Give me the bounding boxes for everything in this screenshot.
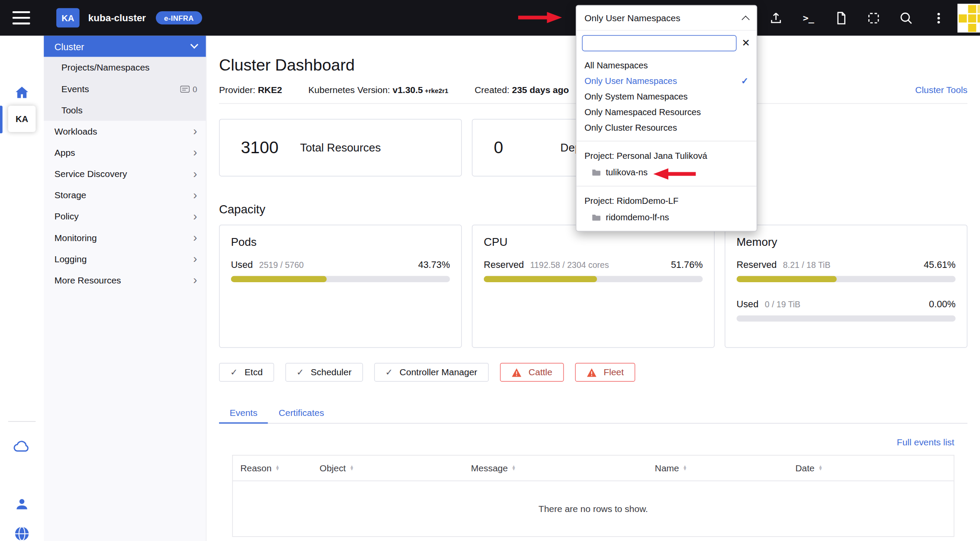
sort-icon: ▲▼ — [275, 465, 280, 470]
sort-icon: ▲▼ — [350, 465, 354, 470]
namespace-item-tulikova-ns[interactable]: tulikova-ns — [576, 164, 756, 180]
sidebar-item-logging[interactable]: Logging› — [44, 248, 206, 270]
tab-certificates[interactable]: Certificates — [268, 403, 335, 424]
cluster-badge: KA — [56, 8, 79, 28]
ns-option-all-namespaces[interactable]: All Namespaces — [576, 57, 756, 73]
sidebar-item-monitoring[interactable]: Monitoring› — [44, 227, 206, 248]
rail-cluster-badge[interactable]: KA — [8, 106, 36, 132]
rail-divider — [8, 421, 36, 422]
check-icon: ✓ — [385, 367, 393, 377]
glance-created: Created: 235 days ago — [474, 85, 569, 95]
sidebar-item-storage[interactable]: Storage› — [44, 184, 206, 206]
cluster-management-icon[interactable] — [0, 438, 44, 454]
check-icon: ✓ — [230, 367, 238, 377]
kubectl-shell-icon[interactable]: >_ — [797, 6, 820, 29]
kebab-menu-icon[interactable] — [928, 6, 950, 29]
column-header-name[interactable]: Name ▲▼ — [647, 463, 788, 473]
chevron-right-icon: › — [193, 189, 197, 200]
component-status-scheduler: ✓ Scheduler — [285, 363, 363, 382]
ns-option-only-user-namespaces[interactable]: Only User Namespaces ✓ — [576, 73, 756, 88]
empty-table-message: There are no rows to show. — [233, 481, 954, 536]
copy-kubeconfig-icon[interactable] — [862, 6, 885, 29]
search-icon[interactable] — [895, 6, 917, 29]
sidebar-item-events[interactable]: Events 0 — [44, 78, 206, 100]
sort-icon: ▲▼ — [818, 465, 822, 470]
cluster-sidebar: Cluster Projects/Namespaces Events 0 Too… — [44, 35, 206, 541]
component-status-row: ✓ Etcd ✓ Scheduler ✓ Controller Manager … — [219, 363, 967, 382]
project-group-ridomdemo: Project: RidomDemo-LF ridomdemo-lf-ns — [576, 187, 756, 231]
sidebar-item-projects-namespaces[interactable]: Projects/Namespaces — [44, 57, 206, 78]
close-icon[interactable]: ✕ — [741, 38, 751, 48]
events-table-header: Reason ▲▼ Object ▲▼ Message ▲▼ Name ▲▼ D… — [233, 455, 954, 481]
chevron-right-icon: › — [193, 274, 197, 285]
sort-icon: ▲▼ — [512, 465, 516, 470]
ns-option-only-system-namespaces[interactable]: Only System Namespaces — [576, 88, 756, 104]
project-label: Project: Personal Jana Tuliková — [576, 148, 756, 164]
sidebar-item-service-discovery[interactable]: Service Discovery› — [44, 163, 206, 184]
chevron-down-icon — [190, 41, 198, 48]
namespace-item-ridomdemo-lf-ns[interactable]: ridomdemo-lf-ns — [576, 209, 756, 225]
component-status-fleet: Fleet — [575, 363, 635, 382]
sidebar-item-workloads[interactable]: Workloads› — [44, 121, 206, 142]
cluster-name: kuba-cluster — [88, 12, 146, 23]
warning-icon — [586, 367, 597, 377]
column-header-object[interactable]: Object ▲▼ — [312, 463, 464, 473]
app-rail: KA v2.9.2 — [0, 35, 44, 541]
component-status-etcd: ✓ Etcd — [219, 363, 274, 382]
ns-option-only-namespaced-resources[interactable]: Only Namespaced Resources — [576, 104, 756, 119]
ns-option-only-cluster-resources[interactable]: Only Cluster Resources — [576, 119, 756, 135]
active-cluster-indicator — [0, 106, 3, 133]
einfra-logo — [957, 3, 980, 32]
cluster-tools-link[interactable]: Cluster Tools — [915, 85, 967, 95]
import-yaml-icon[interactable] — [765, 6, 787, 29]
sidebar-item-more-resources[interactable]: More Resources› — [44, 270, 206, 291]
chevron-right-icon: › — [193, 210, 197, 222]
namespace-search-input[interactable] — [582, 35, 737, 52]
rancher-app: KA kuba-cluster e-INFRA >_ — [0, 0, 980, 541]
namespace-filter-dropdown: Only User Namespaces ✕ All Namespaces On… — [576, 5, 757, 232]
memory-reserved-progress-bar — [737, 276, 956, 282]
capacity-card-memory: Memory Reserved 8.21 / 18 TiB 45.61% Use… — [725, 225, 967, 348]
namespace-filter-options: All Namespaces Only User Namespaces ✓ On… — [576, 55, 756, 141]
header-actions: >_ — [765, 6, 950, 29]
sidebar-item-apps[interactable]: Apps› — [44, 142, 206, 163]
chevron-up-icon — [741, 16, 749, 23]
sidebar-item-tools[interactable]: Tools — [44, 100, 206, 121]
top-header: KA kuba-cluster e-INFRA >_ — [0, 0, 980, 35]
chevron-right-icon: › — [193, 252, 197, 264]
home-icon[interactable] — [0, 84, 44, 101]
sidebar-item-policy[interactable]: Policy› — [44, 206, 206, 227]
capacity-card-cpu: CPU Reserved 1192.58 / 2304 cores 51.76% — [472, 225, 715, 348]
events-count-badge: 0 — [180, 84, 197, 93]
glance-provider: Provider: RKE2 — [219, 85, 282, 95]
total-resources-card: 3100 Total Resources — [219, 119, 462, 177]
column-header-reason[interactable]: Reason ▲▼ — [233, 463, 312, 473]
sidebar-cluster-header-label: Cluster — [55, 41, 84, 52]
sort-icon: ▲▼ — [683, 465, 687, 470]
folder-icon — [591, 213, 601, 221]
glance-kubernetes-version: Kubernetes Version: v1.30.5+rke2r1 — [308, 85, 448, 95]
full-events-list-link[interactable]: Full events list — [897, 438, 954, 448]
events-table: Reason ▲▼ Object ▲▼ Message ▲▼ Name ▲▼ D… — [232, 455, 954, 537]
chevron-right-icon: › — [193, 125, 197, 136]
download-kubeconfig-icon[interactable] — [830, 6, 852, 29]
events-tabbar: Events Certificates — [219, 403, 967, 424]
component-status-cattle: Cattle — [500, 363, 564, 382]
sidebar-cluster-group: Projects/Namespaces Events 0 Tools — [44, 57, 206, 121]
cpu-progress-bar — [484, 276, 703, 282]
component-status-controller-manager: ✓ Controller Manager — [374, 363, 488, 382]
column-header-date[interactable]: Date ▲▼ — [788, 463, 954, 473]
folder-icon — [591, 168, 601, 176]
memory-used-progress-bar — [737, 316, 956, 322]
column-header-message[interactable]: Message ▲▼ — [464, 463, 648, 473]
chevron-right-icon: › — [193, 167, 197, 179]
env-badge: e-INFRA — [156, 11, 202, 24]
tab-events[interactable]: Events — [219, 403, 268, 424]
locale-globe-icon[interactable] — [0, 525, 44, 541]
main-menu-icon[interactable] — [13, 11, 30, 24]
user-icon[interactable] — [0, 497, 44, 512]
namespace-filter-trigger[interactable]: Only User Namespaces — [576, 6, 756, 31]
warning-icon — [511, 367, 522, 377]
sidebar-cluster-header[interactable]: Cluster — [44, 35, 206, 57]
capacity-cards-row: Pods Used 2519 / 5760 43.73% CPU Reserve… — [219, 225, 967, 348]
